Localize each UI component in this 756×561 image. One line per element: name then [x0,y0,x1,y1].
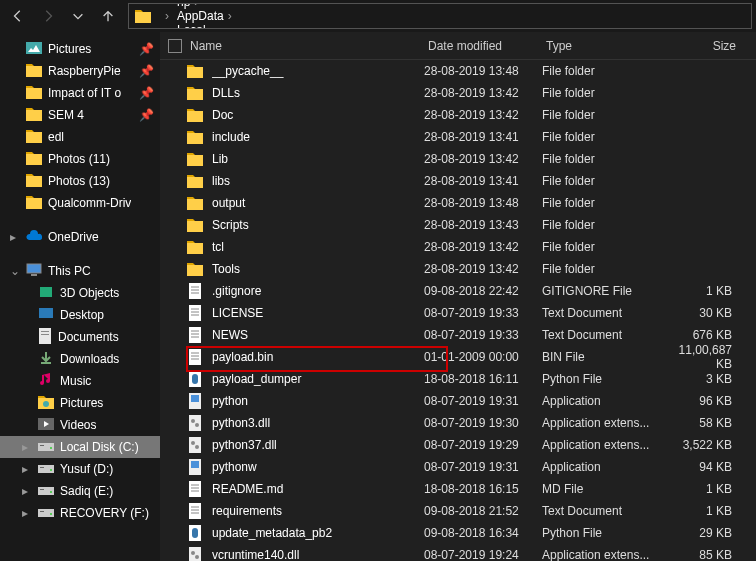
file-row[interactable]: libs28-08-2019 13:41File folder [160,170,756,192]
svg-point-21 [50,447,52,449]
svg-rect-33 [187,111,203,122]
desk-icon [38,307,54,324]
nav-onedrive[interactable]: ▸ OneDrive [0,226,160,248]
nav-item[interactable]: Photos (13) [0,170,160,192]
nav-item[interactable]: Desktop [0,304,160,326]
svg-point-64 [191,441,195,445]
down-icon [38,350,54,369]
svg-rect-38 [187,221,203,232]
nav-label: Yusuf (D:) [60,462,113,476]
svg-rect-22 [38,465,54,473]
nav-this-pc[interactable]: ⌄ This PC [0,260,160,282]
file-row[interactable]: vcruntime140.dll08-07-2019 19:24Applicat… [160,544,756,561]
file-date: 09-08-2018 21:52 [424,504,542,518]
nav-item[interactable]: Documents [0,326,160,348]
file-size: 3,522 KB [662,438,742,452]
nav-item[interactable]: Photos (11) [0,148,160,170]
nav-item[interactable]: Impact of IT o📌 [0,82,160,104]
file-row[interactable]: output28-08-2019 13:48File folder [160,192,756,214]
nav-item[interactable]: edl [0,126,160,148]
file-row[interactable]: tcl28-08-2019 13:42File folder [160,236,756,258]
select-all-checkbox[interactable] [168,39,182,53]
breadcrumb-item[interactable]: Local› [173,23,268,29]
file-row[interactable]: .gitignore09-08-2018 22:42GITIGNORE File… [160,280,756,302]
drive-icon [38,440,54,455]
nav-item[interactable]: Music [0,370,160,392]
nav-item[interactable]: 3D Objects [0,282,160,304]
svg-rect-8 [26,198,42,209]
file-row[interactable]: LICENSE08-07-2019 19:33Text Document30 K… [160,302,756,324]
recent-button[interactable] [64,2,92,30]
file-size: 58 KB [662,416,742,430]
file-row[interactable]: requirements09-08-2018 21:52Text Documen… [160,500,756,522]
folder-icon [186,62,204,80]
nav-item[interactable]: ▸RECOVERY (F:) [0,502,160,524]
file-size: 85 KB [662,548,742,561]
forward-button[interactable] [34,2,62,30]
file-row[interactable]: include28-08-2019 13:41File folder [160,126,756,148]
column-name[interactable]: Name [190,39,428,53]
back-button[interactable] [4,2,32,30]
file-row[interactable]: payload.bin01-01-2009 00:00BIN File11,00… [160,346,756,368]
chevron-icon: ▸ [22,440,32,454]
file-date: 08-07-2019 19:31 [424,460,542,474]
file-row[interactable]: python3.dll08-07-2019 19:30Application e… [160,412,756,434]
nav-item[interactable]: Qualcomm-Driv [0,192,160,214]
nav-item[interactable]: RaspberryPie📌 [0,60,160,82]
column-header-row: Name Date modified Type Size [160,32,756,60]
column-date[interactable]: Date modified [428,39,546,53]
up-button[interactable] [94,2,122,30]
file-row[interactable]: update_metadata_pb209-08-2018 16:34Pytho… [160,522,756,544]
file-row[interactable]: python37.dll08-07-2019 19:29Application … [160,434,756,456]
nav-item[interactable]: Pictures [0,392,160,414]
folder-icon [186,260,204,278]
file-date: 08-07-2019 19:29 [424,438,542,452]
file-date: 28-08-2019 13:43 [424,218,542,232]
svg-rect-35 [187,155,203,166]
file-name: Scripts [212,218,424,232]
file-row[interactable]: Doc28-08-2019 13:42File folder [160,104,756,126]
file-row[interactable]: pythonw08-07-2019 19:31Application94 KB [160,456,756,478]
folder-icon [26,63,42,80]
nav-label: Impact of IT o [48,86,121,100]
nav-item[interactable]: ▸Local Disk (C:) [0,436,160,458]
file-row[interactable]: __pycache__28-08-2019 13:48File folder [160,60,756,82]
file-row[interactable]: README.md18-08-2018 16:15MD File1 KB [160,478,756,500]
column-type[interactable]: Type [546,39,666,53]
breadcrumb-item[interactable]: AppData› [173,9,268,23]
address-bar[interactable]: › This PC›Local Disk (C:)›Users›hp›AppDa… [128,3,752,29]
svg-point-78 [191,551,195,555]
file-row[interactable]: payload_dumper18-08-2018 16:11Python Fil… [160,368,756,390]
nav-item[interactable]: ▸Yusuf (D:) [0,458,160,480]
vid-icon [38,418,54,433]
py-icon [186,524,204,542]
file-row[interactable]: Lib28-08-2019 13:42File folder [160,148,756,170]
svg-rect-53 [189,349,201,365]
nav-item[interactable]: Pictures📌 [0,38,160,60]
nav-item[interactable]: Videos [0,414,160,436]
file-row[interactable]: python08-07-2019 19:31Application96 KB [160,390,756,412]
nav-item[interactable]: Downloads [0,348,160,370]
svg-rect-37 [187,199,203,210]
file-name: payload_dumper [212,372,424,386]
file-row[interactable]: Tools28-08-2019 13:42File folder [160,258,756,280]
svg-rect-34 [187,133,203,144]
nav-label: RECOVERY (F:) [60,506,149,520]
breadcrumb-chevron[interactable]: › [157,9,173,23]
svg-rect-9 [27,264,41,273]
svg-point-17 [43,401,49,407]
svg-rect-5 [26,132,42,143]
file-date: 08-07-2019 19:30 [424,416,542,430]
dll-icon [186,546,204,561]
column-size[interactable]: Size [666,39,746,53]
nav-item[interactable]: SEM 4📌 [0,104,160,126]
pc-icon [26,263,42,280]
file-row[interactable]: DLLs28-08-2019 13:42File folder [160,82,756,104]
svg-rect-12 [39,308,53,318]
file-row[interactable]: Scripts28-08-2019 13:43File folder [160,214,756,236]
nav-label: Desktop [60,308,104,322]
file-type: Application extens... [542,438,662,452]
nav-item[interactable]: ▸Sadiq (E:) [0,480,160,502]
folder-icon [26,173,42,190]
nav-label: This PC [48,264,91,278]
